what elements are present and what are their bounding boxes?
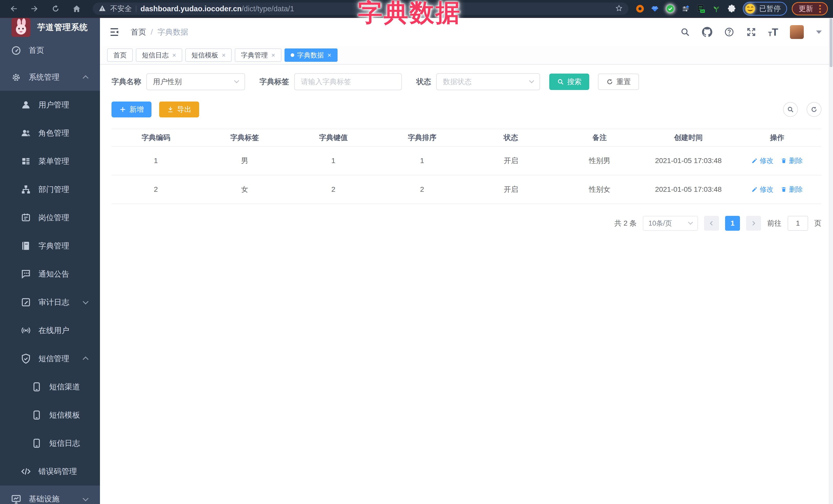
- main-area: 首页 / 字典数据 TT 首页短信日志×短信模板×字典管理×字典数据×: [100, 18, 833, 504]
- sidebar-item-home[interactable]: 首页: [0, 37, 100, 64]
- sidebar-item-sms-template[interactable]: 短信模板: [0, 401, 100, 429]
- goto-page-input[interactable]: [788, 216, 808, 231]
- sidebar-item-menu-management[interactable]: 菜单管理: [0, 147, 100, 175]
- extension-tune-icon[interactable]: [681, 4, 690, 13]
- sidebar-item-sms-log[interactable]: 短信日志: [0, 429, 100, 457]
- column-header: 字典键值: [289, 129, 378, 146]
- users-icon: [21, 128, 31, 139]
- font-size-icon[interactable]: TT: [768, 27, 778, 37]
- tab-字典管理[interactable]: 字典管理×: [235, 48, 281, 62]
- dict-data-table: 字典编码字典标签字典键值字典排序状态备注创建时间操作 1男11开启性别男2021…: [112, 129, 822, 204]
- chevron-down-icon: [83, 495, 89, 501]
- toggle-search-icon[interactable]: [783, 102, 798, 117]
- sidebar-item-error-code-management[interactable]: 错误码管理: [0, 457, 100, 485]
- back-icon[interactable]: [9, 4, 19, 14]
- bookmark-star-icon[interactable]: [615, 4, 623, 13]
- sidebar-item-infrastructure[interactable]: 基础设施: [0, 485, 100, 504]
- breadcrumb-home[interactable]: 首页: [131, 27, 146, 38]
- edit-link[interactable]: 修改: [752, 156, 774, 165]
- extension-donut-icon[interactable]: [636, 5, 644, 13]
- search-icon[interactable]: [680, 27, 690, 37]
- cell-value: 1: [289, 146, 378, 175]
- refresh-icon: [606, 78, 613, 86]
- header-actions: TT: [680, 25, 822, 39]
- user-avatar[interactable]: [790, 25, 804, 39]
- sidebar-item-online-users[interactable]: 在线用户: [0, 316, 100, 344]
- page-number-button[interactable]: 1: [725, 216, 740, 231]
- delete-link[interactable]: 删除: [781, 156, 803, 165]
- extension-check-icon[interactable]: [666, 4, 674, 13]
- forward-icon[interactable]: [30, 4, 40, 14]
- search-button[interactable]: 搜索: [549, 74, 589, 90]
- phone-icon: [31, 438, 42, 449]
- sidebar-item-post-management[interactable]: 岗位管理: [0, 203, 100, 232]
- sidebar-item-sms-channel[interactable]: 短信渠道: [0, 373, 100, 401]
- close-icon[interactable]: ×: [328, 51, 331, 59]
- home-icon[interactable]: [72, 4, 81, 14]
- export-button[interactable]: 导出: [159, 101, 199, 117]
- chevron-left-icon: [708, 220, 715, 226]
- sidebar-item-dict-management[interactable]: 字典管理: [0, 232, 100, 260]
- profile-paused-chip[interactable]: 已暂停: [743, 2, 787, 16]
- next-page-button[interactable]: [746, 216, 761, 231]
- tab-短信模板[interactable]: 短信模板×: [185, 48, 232, 62]
- reset-button[interactable]: 重置: [598, 74, 639, 90]
- prev-page-button[interactable]: [704, 216, 719, 231]
- column-header: 备注: [555, 129, 644, 146]
- user-icon: [21, 99, 31, 110]
- table-row: 1男11开启性别男2021-01-05 17:03:48修改删除: [112, 146, 822, 175]
- close-icon[interactable]: ×: [222, 51, 225, 59]
- monitor-icon: [11, 494, 22, 504]
- table-toolbar: 新增 导出: [112, 101, 822, 117]
- extension-on-icon[interactable]: on: [697, 4, 705, 13]
- dict-label-input-box: [294, 73, 402, 90]
- edit-link[interactable]: 修改: [752, 185, 774, 194]
- cell-sort: 1: [378, 146, 467, 175]
- browser-update-button[interactable]: 更新: [792, 2, 828, 16]
- app-logo[interactable]: 芋道管理系统: [0, 18, 100, 37]
- browser-menu-icon[interactable]: [819, 5, 821, 13]
- sidebar-item-dept-management[interactable]: 部门管理: [0, 175, 100, 203]
- cell-code: 2: [112, 175, 200, 204]
- sidebar-item-role-management[interactable]: 角色管理: [0, 119, 100, 147]
- extension-plant-icon[interactable]: [712, 4, 721, 13]
- tab-短信日志[interactable]: 短信日志×: [136, 48, 182, 62]
- github-icon[interactable]: [702, 27, 712, 37]
- status-select[interactable]: 数据状态: [436, 73, 540, 90]
- sidebar-item-notice-announcement[interactable]: 通知公告: [0, 260, 100, 288]
- chevron-down-icon[interactable]: [816, 30, 822, 34]
- avatar-emoji-icon: [745, 3, 756, 14]
- reload-icon[interactable]: [51, 4, 61, 14]
- page-size-select[interactable]: 10条/页: [643, 216, 698, 231]
- add-button[interactable]: 新增: [112, 101, 151, 117]
- sidebar-item-system-management[interactable]: 系统管理: [0, 64, 100, 91]
- close-icon[interactable]: ×: [172, 51, 176, 59]
- sidebar-collapse-icon[interactable]: [109, 26, 120, 38]
- page-unit-label: 页: [814, 218, 822, 228]
- logo-rabbit-icon: [11, 18, 30, 37]
- fullscreen-icon[interactable]: [746, 27, 756, 37]
- sidebar-item-user-management[interactable]: 用户管理: [0, 91, 100, 119]
- help-icon[interactable]: [724, 27, 734, 37]
- message-icon: [21, 269, 31, 280]
- browser-nav: [0, 4, 81, 14]
- phone-icon: [31, 381, 42, 392]
- window-scrollbar[interactable]: [829, 18, 833, 504]
- scrollbar-thumb[interactable]: [830, 19, 832, 67]
- extension-gem-icon[interactable]: [650, 4, 659, 13]
- cell-code: 1: [112, 146, 200, 175]
- tab-字典数据[interactable]: 字典数据×: [285, 48, 337, 62]
- sidebar-item-sms-management[interactable]: 短信管理: [0, 344, 100, 373]
- page-content: 字典名称 用户性别 字典标签 状态 数据状态: [100, 65, 833, 504]
- close-icon[interactable]: ×: [271, 51, 275, 59]
- extensions-puzzle-icon[interactable]: [728, 4, 736, 13]
- dict-label-input[interactable]: [301, 78, 395, 86]
- sidebar-item-audit-log[interactable]: 审计日志: [0, 288, 100, 316]
- tab-首页[interactable]: 首页: [107, 48, 133, 62]
- refresh-icon[interactable]: [807, 102, 822, 117]
- cell-created: 2021-01-05 17:03:48: [644, 146, 733, 175]
- column-header: 操作: [733, 129, 822, 146]
- tree-icon: [21, 184, 31, 195]
- delete-link[interactable]: 删除: [781, 185, 803, 194]
- dict-name-select[interactable]: 用户性别: [146, 73, 245, 90]
